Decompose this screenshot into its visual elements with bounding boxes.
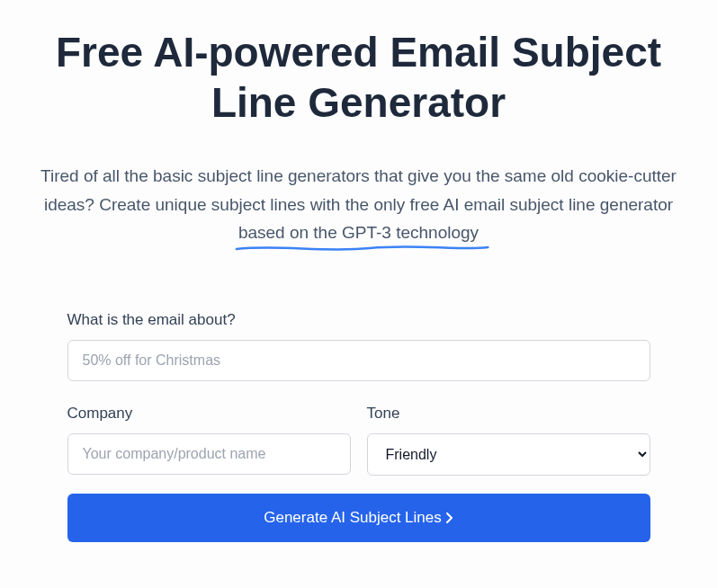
subtitle-text: Tired of all the basic subject line gene… bbox=[40, 166, 677, 213]
generate-button[interactable]: Generate AI Subject Lines bbox=[67, 494, 650, 542]
tone-select[interactable]: Friendly bbox=[367, 433, 650, 476]
generator-form: What is the email about? Company Tone Fr… bbox=[67, 311, 650, 542]
subtitle-highlight: based on the GPT-3 technology bbox=[238, 218, 479, 246]
generate-button-label: Generate AI Subject Lines bbox=[264, 509, 442, 527]
about-label: What is the email about? bbox=[67, 311, 650, 329]
chevron-right-icon bbox=[445, 512, 453, 523]
tone-field-group: Tone Friendly bbox=[367, 405, 650, 476]
company-input[interactable] bbox=[67, 433, 351, 475]
about-field-group: What is the email about? bbox=[67, 311, 650, 381]
underline-scribble-icon bbox=[235, 243, 489, 255]
about-input[interactable] bbox=[67, 340, 650, 381]
page-title: Free AI-powered Email Subject Line Gener… bbox=[36, 27, 681, 128]
company-field-group: Company bbox=[67, 405, 351, 476]
tone-label: Tone bbox=[367, 405, 650, 423]
company-label: Company bbox=[67, 405, 351, 423]
page-subtitle: Tired of all the basic subject line gene… bbox=[36, 162, 681, 246]
